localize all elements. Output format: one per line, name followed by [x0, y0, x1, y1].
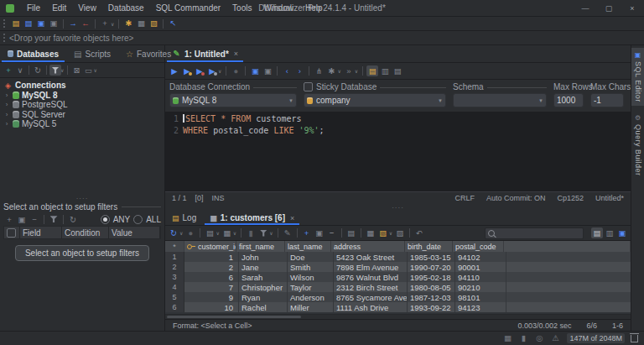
toolbar-drag-handle[interactable] [3, 19, 6, 28]
row-number-cell[interactable]: 1 [165, 252, 184, 262]
delete-row-icon[interactable]: − [326, 227, 338, 238]
grid-cell[interactable]: 9 [184, 292, 239, 302]
add-filter-icon[interactable]: + [3, 214, 15, 225]
menu-edit[interactable]: Edit [46, 2, 72, 14]
remove-filter-icon[interactable]: − [29, 214, 40, 225]
tree-item-sql-server[interactable]: ›SQL Server [3, 110, 164, 120]
format-sql-icon[interactable]: ✱ [325, 65, 337, 76]
sql-code[interactable]: SELECT * FROM customers [183, 113, 302, 125]
grid-cell[interactable]: Sarah [239, 272, 288, 282]
float-window-icon[interactable]: ▭ [82, 65, 94, 76]
save-as-icon[interactable]: ▣ [262, 65, 273, 76]
grid-cell[interactable]: 8765 Sycamore Avenue [334, 292, 408, 302]
comment-icon[interactable]: ▤ [366, 65, 378, 76]
menu-file[interactable]: File [21, 2, 46, 14]
row-number-cell[interactable]: 5 [165, 292, 184, 302]
grid-cell[interactable]: Taylor [288, 282, 334, 292]
grid-cell[interactable]: Christopher [239, 282, 288, 292]
grid-cell[interactable]: Anderson [288, 292, 334, 302]
max-rows-input[interactable] [557, 96, 580, 105]
chevron-down-icon[interactable]: ∨ [218, 68, 221, 74]
position-indicator-icon[interactable]: ◎ [533, 333, 545, 344]
grid-cell[interactable]: 7898 Elm Avenue [334, 262, 408, 272]
grid-cell[interactable]: 1987-12-03 [408, 292, 455, 302]
grid-cell[interactable]: Rachel [239, 302, 288, 312]
column-header-birth_date[interactable]: birth_date [405, 241, 453, 252]
chart-icon[interactable]: ▧ [377, 227, 389, 238]
refresh-filter-icon[interactable]: ↻ [67, 214, 79, 225]
row-number-cell[interactable]: 3 [165, 272, 184, 282]
table-row[interactable]: 47ChristopherTaylor2312 Birch Street1980… [165, 282, 631, 292]
grid-cell[interactable]: 6 [184, 272, 239, 282]
grid-cell[interactable]: 2 [184, 262, 239, 272]
grid-cell[interactable]: 1990-07-20 [408, 262, 455, 272]
menu-sql-commander[interactable]: SQL Commander [150, 2, 226, 14]
execute-explain-icon[interactable]: ▶ [194, 65, 205, 76]
apply-filter-icon[interactable] [48, 214, 60, 225]
grid-cell[interactable]: 5423 Oak Street [334, 252, 408, 262]
driver-manager-icon[interactable]: ✱ [122, 18, 134, 29]
table-row[interactable]: 36SarahWilson9876 Walnut Blvd1995-02-189… [165, 272, 631, 282]
column-header-address[interactable]: address [331, 241, 405, 252]
row-number-cell[interactable]: 2 [165, 262, 184, 272]
quick-filter-icon[interactable]: ▮ [245, 227, 257, 238]
tree-item-postgresql[interactable]: ›PostgreSQL [3, 100, 164, 110]
chevron-down-icon[interactable]: ∨ [179, 230, 183, 236]
forward-icon[interactable]: › [293, 65, 305, 76]
grid-cell[interactable]: 1111 Ash Drive [334, 302, 408, 312]
chevron-down-icon[interactable]: ∨ [93, 67, 96, 73]
table-row[interactable]: 22JaneSmith7898 Elm Avenue1990-07-209000… [165, 262, 631, 272]
rowset-icon[interactable]: ▦ [221, 227, 233, 238]
menu-view[interactable]: View [72, 2, 102, 14]
column-header-postal_code[interactable]: postal_code [453, 241, 504, 252]
chevron-down-icon[interactable]: ∨ [111, 21, 114, 27]
grid-search-input[interactable] [497, 228, 580, 238]
memory-indicator[interactable]: 147M of 2048M [567, 333, 625, 343]
bookmarks-icon[interactable]: ▧ [148, 18, 159, 29]
grid-cell[interactable]: 7 [184, 282, 239, 292]
max-chars-field[interactable] [590, 93, 624, 107]
grid-cell[interactable]: 90210 [455, 282, 506, 292]
column-indicator-icon[interactable]: ▮ [517, 333, 529, 344]
collapse-all-icon[interactable]: ⊠ [70, 65, 82, 76]
create-connection-icon[interactable]: + [99, 18, 111, 29]
favorites-drag-handle[interactable] [3, 34, 6, 42]
chevron-down-icon[interactable]: ∨ [233, 230, 236, 236]
grid-cell[interactable]: Miller [288, 302, 334, 312]
snippets-icon[interactable]: ▤ [392, 65, 403, 76]
export-icon[interactable]: ▤ [204, 227, 216, 238]
grid-cell[interactable]: Wilson [288, 272, 334, 282]
editor-status-segment[interactable]: Cp1252 [557, 194, 584, 202]
grid-corner-cell[interactable]: * [165, 241, 184, 252]
editor-status-segment[interactable]: CRLF [454, 194, 475, 202]
chevron-down-icon[interactable]: ∨ [337, 68, 340, 74]
horizontal-scrollbar[interactable] [165, 314, 631, 319]
reload-icon[interactable]: ↻ [168, 227, 179, 238]
chevron-down-icon[interactable]: ∨ [389, 230, 392, 236]
table-row[interactable]: 610RachelMiller1111 Ash Drive1993-09-229… [165, 302, 631, 312]
filter-icon[interactable] [257, 227, 269, 238]
scrollbar-thumb[interactable] [167, 316, 301, 318]
tree-item-mysql-8[interactable]: ›MySQL 8 [3, 91, 164, 101]
grid-cell[interactable]: 94123 [455, 302, 506, 312]
chevron-down-icon[interactable]: ∨ [269, 230, 273, 236]
save-as-icon[interactable]: ▣ [48, 18, 60, 29]
stop-icon[interactable]: ● [230, 65, 242, 76]
grid-cell[interactable]: 94110 [455, 272, 506, 282]
undo-icon[interactable]: ↶ [413, 227, 425, 238]
row-number-cell[interactable]: 4 [165, 282, 184, 292]
maximize-button[interactable]: ▢ [597, 4, 621, 13]
table-row[interactable]: 11JohnDoe5423 Oak Street1985-03-1594102 [165, 252, 631, 262]
column-header-last_name[interactable]: last_name [285, 241, 331, 252]
results-tab-log[interactable]: ▤Log [165, 211, 203, 225]
sql-editor[interactable]: 1SELECT * FROM customers2WHERE postal_co… [165, 112, 631, 191]
select-all-checkbox[interactable] [7, 228, 16, 238]
pointer-icon[interactable]: ↖ [167, 18, 179, 29]
save-icon[interactable]: ▣ [35, 18, 47, 29]
compare-icon[interactable]: ▨ [394, 227, 406, 238]
expand-chevron-icon[interactable]: › [3, 101, 10, 108]
schema-select[interactable]: ▼ [453, 93, 547, 107]
column-header-customer_id[interactable]: customer_id [184, 241, 236, 252]
results-splitter[interactable]: ···· [165, 204, 631, 211]
menu-tools[interactable]: Tools [226, 2, 257, 14]
